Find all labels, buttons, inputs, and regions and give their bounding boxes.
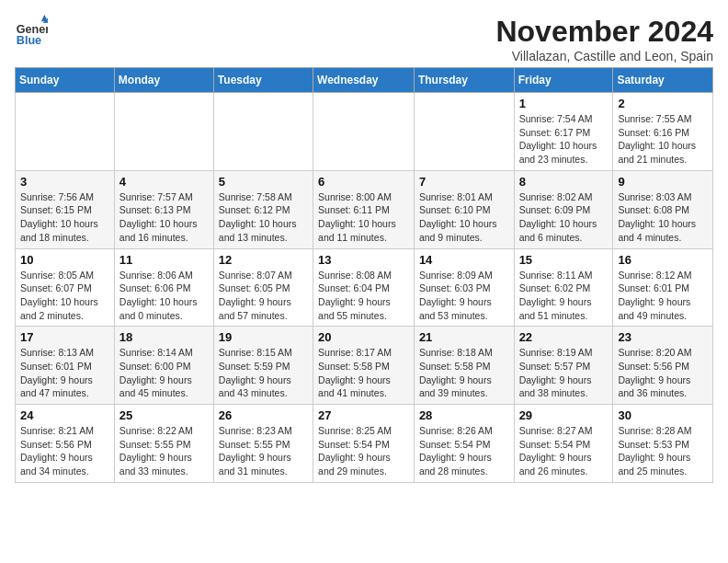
calendar-cell: 21Sunrise: 8:18 AM Sunset: 5:58 PM Dayli…: [414, 327, 514, 405]
calendar-cell: [313, 93, 415, 171]
day-number: 1: [519, 97, 609, 110]
calendar-cell: 1Sunrise: 7:54 AM Sunset: 6:17 PM Daylig…: [514, 93, 613, 171]
calendar-week-row: 3Sunrise: 7:56 AM Sunset: 6:15 PM Daylig…: [16, 170, 713, 248]
day-info: Sunrise: 8:01 AM Sunset: 6:10 PM Dayligh…: [419, 190, 509, 245]
day-info: Sunrise: 7:56 AM Sunset: 6:15 PM Dayligh…: [20, 190, 109, 245]
calendar-cell: 6Sunrise: 8:00 AM Sunset: 6:11 PM Daylig…: [313, 170, 415, 248]
day-info: Sunrise: 8:06 AM Sunset: 6:06 PM Dayligh…: [119, 269, 209, 323]
day-info: Sunrise: 8:22 AM Sunset: 5:55 PM Dayligh…: [119, 424, 209, 478]
day-info: Sunrise: 8:23 AM Sunset: 5:55 PM Dayligh…: [219, 424, 308, 478]
day-info: Sunrise: 8:14 AM Sunset: 6:00 PM Dayligh…: [119, 346, 209, 400]
day-number: 25: [119, 408, 209, 422]
calendar-cell: 30Sunrise: 8:28 AM Sunset: 5:53 PM Dayli…: [613, 405, 713, 483]
calendar-cell: 16Sunrise: 8:12 AM Sunset: 6:01 PM Dayli…: [613, 248, 713, 327]
day-info: Sunrise: 8:25 AM Sunset: 5:54 PM Dayligh…: [318, 424, 409, 478]
day-info: Sunrise: 8:09 AM Sunset: 6:03 PM Dayligh…: [419, 269, 509, 323]
day-number: 13: [318, 253, 409, 267]
calendar-header-row: SundayMondayTuesdayWednesdayThursdayFrid…: [16, 68, 713, 93]
page-header: General Blue November 2024 Villalazan, C…: [15, 15, 713, 63]
day-number: 4: [119, 175, 209, 189]
calendar-cell: 4Sunrise: 7:57 AM Sunset: 6:13 PM Daylig…: [114, 170, 213, 248]
day-info: Sunrise: 8:19 AM Sunset: 5:57 PM Dayligh…: [519, 346, 609, 400]
weekday-header-friday: Friday: [514, 68, 613, 93]
weekday-header-tuesday: Tuesday: [213, 68, 313, 93]
day-info: Sunrise: 8:13 AM Sunset: 6:01 PM Dayligh…: [20, 346, 109, 400]
day-number: 26: [219, 408, 308, 422]
day-info: Sunrise: 8:15 AM Sunset: 5:59 PM Dayligh…: [219, 346, 308, 400]
day-info: Sunrise: 8:28 AM Sunset: 5:53 PM Dayligh…: [618, 424, 708, 478]
day-number: 10: [20, 253, 109, 267]
location-subtitle: Villalazan, Castille and Leon, Spain: [495, 49, 713, 63]
calendar-cell: 13Sunrise: 8:08 AM Sunset: 6:04 PM Dayli…: [313, 248, 415, 327]
calendar-cell: 27Sunrise: 8:25 AM Sunset: 5:54 PM Dayli…: [313, 405, 415, 483]
day-info: Sunrise: 8:03 AM Sunset: 6:08 PM Dayligh…: [618, 190, 708, 245]
day-number: 29: [519, 408, 609, 422]
calendar-cell: 12Sunrise: 8:07 AM Sunset: 6:05 PM Dayli…: [213, 248, 313, 327]
day-info: Sunrise: 7:58 AM Sunset: 6:12 PM Dayligh…: [219, 190, 308, 245]
calendar-cell: 15Sunrise: 8:11 AM Sunset: 6:02 PM Dayli…: [514, 248, 613, 327]
day-number: 24: [20, 408, 109, 422]
calendar-week-row: 24Sunrise: 8:21 AM Sunset: 5:56 PM Dayli…: [16, 405, 713, 483]
calendar-cell: 5Sunrise: 7:58 AM Sunset: 6:12 PM Daylig…: [213, 170, 313, 248]
calendar-cell: 2Sunrise: 7:55 AM Sunset: 6:16 PM Daylig…: [613, 93, 713, 171]
day-number: 15: [519, 253, 609, 267]
day-info: Sunrise: 8:07 AM Sunset: 6:05 PM Dayligh…: [219, 269, 308, 323]
day-number: 14: [419, 253, 509, 267]
month-title: November 2024: [495, 15, 713, 49]
day-info: Sunrise: 8:27 AM Sunset: 5:54 PM Dayligh…: [519, 424, 609, 478]
day-number: 17: [20, 330, 109, 344]
weekday-header-sunday: Sunday: [16, 68, 115, 93]
day-info: Sunrise: 7:57 AM Sunset: 6:13 PM Dayligh…: [119, 190, 209, 245]
day-info: Sunrise: 8:20 AM Sunset: 5:56 PM Dayligh…: [618, 346, 708, 400]
weekday-header-monday: Monday: [114, 68, 213, 93]
calendar-cell: 14Sunrise: 8:09 AM Sunset: 6:03 PM Dayli…: [414, 248, 514, 327]
day-number: 9: [618, 175, 708, 189]
day-info: Sunrise: 8:05 AM Sunset: 6:07 PM Dayligh…: [20, 269, 109, 323]
logo: General Blue: [15, 15, 51, 48]
day-info: Sunrise: 8:02 AM Sunset: 6:09 PM Dayligh…: [519, 190, 609, 245]
day-info: Sunrise: 8:08 AM Sunset: 6:04 PM Dayligh…: [318, 269, 409, 323]
calendar-cell: 8Sunrise: 8:02 AM Sunset: 6:09 PM Daylig…: [514, 170, 613, 248]
day-info: Sunrise: 8:12 AM Sunset: 6:01 PM Dayligh…: [618, 269, 708, 323]
logo-icon: General Blue: [15, 15, 48, 48]
calendar-cell: [414, 93, 514, 171]
calendar-cell: [16, 93, 115, 171]
calendar-cell: 24Sunrise: 8:21 AM Sunset: 5:56 PM Dayli…: [16, 405, 115, 483]
day-number: 22: [519, 330, 609, 344]
day-info: Sunrise: 7:54 AM Sunset: 6:17 PM Dayligh…: [519, 112, 609, 167]
weekday-header-saturday: Saturday: [613, 68, 713, 93]
weekday-header-wednesday: Wednesday: [313, 68, 415, 93]
calendar-cell: 28Sunrise: 8:26 AM Sunset: 5:54 PM Dayli…: [414, 405, 514, 483]
calendar-cell: 29Sunrise: 8:27 AM Sunset: 5:54 PM Dayli…: [514, 405, 613, 483]
calendar-cell: 20Sunrise: 8:17 AM Sunset: 5:58 PM Dayli…: [313, 327, 415, 405]
calendar-cell: [114, 93, 213, 171]
day-info: Sunrise: 8:00 AM Sunset: 6:11 PM Dayligh…: [318, 190, 409, 245]
day-info: Sunrise: 8:18 AM Sunset: 5:58 PM Dayligh…: [419, 346, 509, 400]
day-number: 6: [318, 175, 409, 189]
day-info: Sunrise: 8:21 AM Sunset: 5:56 PM Dayligh…: [20, 424, 109, 478]
calendar-week-row: 1Sunrise: 7:54 AM Sunset: 6:17 PM Daylig…: [16, 93, 713, 171]
calendar-week-row: 10Sunrise: 8:05 AM Sunset: 6:07 PM Dayli…: [16, 248, 713, 327]
title-block: November 2024 Villalazan, Castille and L…: [495, 15, 713, 63]
svg-text:Blue: Blue: [17, 34, 41, 47]
calendar-cell: 25Sunrise: 8:22 AM Sunset: 5:55 PM Dayli…: [114, 405, 213, 483]
calendar-cell: 10Sunrise: 8:05 AM Sunset: 6:07 PM Dayli…: [16, 248, 115, 327]
weekday-header-thursday: Thursday: [414, 68, 514, 93]
day-info: Sunrise: 8:11 AM Sunset: 6:02 PM Dayligh…: [519, 269, 609, 323]
day-info: Sunrise: 7:55 AM Sunset: 6:16 PM Dayligh…: [618, 112, 708, 167]
day-number: 21: [419, 330, 509, 344]
calendar-table: SundayMondayTuesdayWednesdayThursdayFrid…: [15, 67, 713, 483]
calendar-week-row: 17Sunrise: 8:13 AM Sunset: 6:01 PM Dayli…: [16, 327, 713, 405]
day-number: 3: [20, 175, 109, 189]
day-number: 12: [219, 253, 308, 267]
calendar-cell: 17Sunrise: 8:13 AM Sunset: 6:01 PM Dayli…: [16, 327, 115, 405]
day-number: 30: [618, 408, 708, 422]
day-number: 16: [618, 253, 708, 267]
day-number: 27: [318, 408, 409, 422]
day-number: 28: [419, 408, 509, 422]
calendar-cell: 7Sunrise: 8:01 AM Sunset: 6:10 PM Daylig…: [414, 170, 514, 248]
calendar-cell: [213, 93, 313, 171]
calendar-cell: 19Sunrise: 8:15 AM Sunset: 5:59 PM Dayli…: [213, 327, 313, 405]
calendar-cell: 9Sunrise: 8:03 AM Sunset: 6:08 PM Daylig…: [613, 170, 713, 248]
calendar-cell: 22Sunrise: 8:19 AM Sunset: 5:57 PM Dayli…: [514, 327, 613, 405]
